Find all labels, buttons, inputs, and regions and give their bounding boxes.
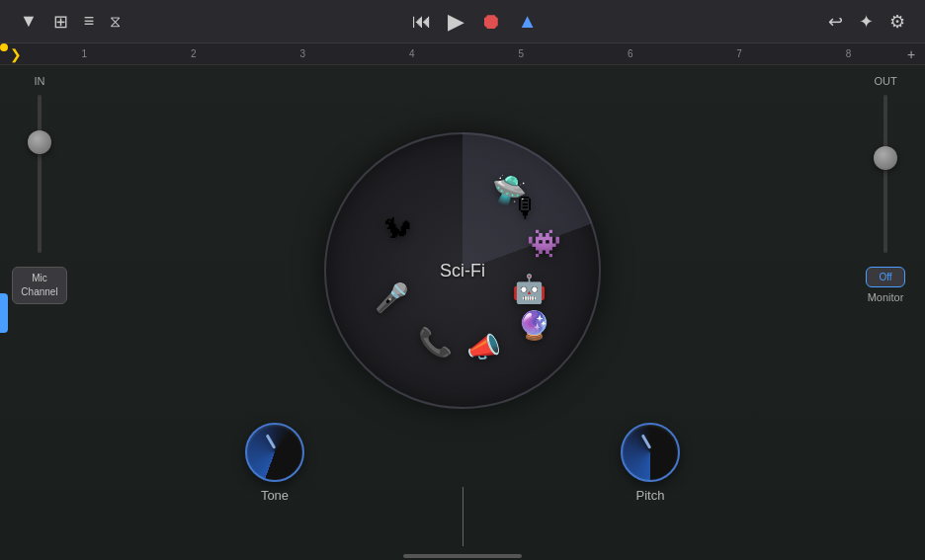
record-icon[interactable]: ⏺ xyxy=(480,9,502,35)
tone-label: Tone xyxy=(261,488,289,503)
caret-icon: ❯ xyxy=(10,46,22,62)
input-label: IN xyxy=(35,75,45,87)
scroll-indicator xyxy=(403,554,522,558)
ruler-tick-1: 1 xyxy=(30,48,138,59)
output-label: OUT xyxy=(874,75,896,87)
monster-icon[interactable]: 👾 xyxy=(527,226,561,259)
layout-icon[interactable]: ⊞ xyxy=(53,11,68,33)
toolbar-left: ▼ ⊞ ≡ ⧖ xyxy=(20,11,121,33)
voice-wheel-container: Sci-Fi 🛸 🎙 👾 🐿 🤖 🎤 📞 📣 🔮 xyxy=(324,132,601,409)
pitch-knob-group: Pitch xyxy=(621,423,680,503)
ruler-tick-6: 6 xyxy=(575,48,684,59)
toolbar: ▼ ⊞ ≡ ⧖ ⏮ ▶ ⏺ ▲ ↩ ✦ ⚙ xyxy=(0,0,925,43)
microphone-icon[interactable]: 🎙 xyxy=(512,192,540,224)
playhead-marker xyxy=(0,43,8,51)
mic-label: Mic xyxy=(21,272,57,285)
input-slider-thumb[interactable] xyxy=(28,130,51,154)
output-slider-panel: OUT Off Monitor xyxy=(846,65,925,560)
output-slider-track[interactable] xyxy=(883,95,887,253)
voice-wheel[interactable]: Sci-Fi 🛸 🎙 👾 🐿 🤖 🎤 📞 📣 🔮 xyxy=(324,132,601,409)
ruler-tick-4: 4 xyxy=(357,48,465,59)
dropdown-icon[interactable]: ▼ xyxy=(20,11,38,32)
play-icon[interactable]: ▶ xyxy=(448,9,464,35)
ruler-tick-5: 5 xyxy=(466,48,575,59)
pitch-label: Pitch xyxy=(636,488,665,503)
mixer-icon[interactable]: ⧖ xyxy=(110,13,121,31)
output-slider-thumb[interactable] xyxy=(874,146,897,170)
add-track-button[interactable]: + xyxy=(907,46,915,62)
input-slider-panel: IN Mic Channel xyxy=(0,65,79,560)
megaphone-icon[interactable]: 📣 xyxy=(466,330,501,362)
mic-channel-button[interactable]: Mic Channel xyxy=(12,267,66,304)
monitor-button[interactable]: Off xyxy=(866,267,904,287)
tracks-icon[interactable]: ≡ xyxy=(84,11,95,32)
toolbar-center: ⏮ ▶ ⏺ ▲ xyxy=(412,9,538,35)
ruler-tick-3: 3 xyxy=(248,48,357,59)
input-slider-track[interactable] xyxy=(38,95,42,253)
toolbar-right: ↩ ✦ ⚙ xyxy=(828,11,905,33)
chipmunk-icon[interactable]: 🐿 xyxy=(383,212,411,245)
main-content: IN Mic Channel Sci-Fi 🛸 🎙 👾 🐿 xyxy=(0,65,925,560)
brightness-icon[interactable]: ✦ xyxy=(859,11,874,33)
wheel-segment-highlight xyxy=(324,132,601,409)
crystal-ball-icon[interactable]: 🔮 xyxy=(517,309,551,342)
telephone-icon[interactable]: 📞 xyxy=(418,326,453,359)
count-in-icon[interactable]: ▲ xyxy=(518,10,538,33)
monitor-label: Monitor xyxy=(868,291,904,303)
undo-icon[interactable]: ↩ xyxy=(828,11,843,33)
microphone2-icon[interactable]: 🎤 xyxy=(375,281,409,314)
ruler-tick-7: 7 xyxy=(685,48,794,59)
channel-label: Channel xyxy=(21,285,57,299)
pitch-knob[interactable] xyxy=(621,423,680,482)
rewind-icon[interactable]: ⏮ xyxy=(412,10,432,33)
ruler-tick-2: 2 xyxy=(138,48,247,59)
voice-wheel-area: Sci-Fi 🛸 🎙 👾 🐿 🤖 🎤 📞 📣 🔮 xyxy=(79,65,846,560)
timeline-ruler: ❯ 1 2 3 4 5 6 7 8 + xyxy=(0,43,925,65)
settings-icon[interactable]: ⚙ xyxy=(889,11,905,33)
tone-knob-group: Tone xyxy=(245,423,304,503)
robot-icon[interactable]: 🤖 xyxy=(512,273,547,305)
tone-knob[interactable] xyxy=(245,423,304,482)
ruler-tick-8: 8 xyxy=(794,48,902,59)
scroll-line xyxy=(462,487,463,546)
